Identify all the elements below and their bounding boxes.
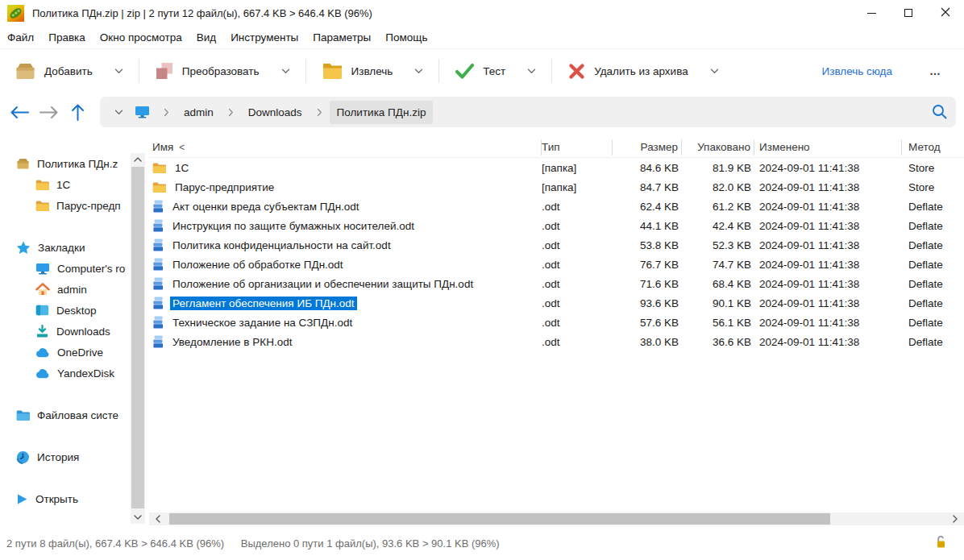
add-button[interactable]: Добавить <box>6 55 131 87</box>
menu-options[interactable]: Параметры <box>305 28 378 47</box>
delete-button[interactable]: Удалить из архива <box>559 55 726 87</box>
table-row[interactable]: Инструкция по защите бумажных носителей.… <box>149 216 964 235</box>
breadcrumb-segment-2[interactable]: Downloads <box>241 101 310 124</box>
sidebar-item-label: Desktop <box>56 305 97 317</box>
scrollbar-thumb[interactable] <box>131 167 144 508</box>
sidebar-item-парус-предп[interactable]: Парус-предп <box>0 195 131 216</box>
file-modified: 2024-09-01 11:41:38 <box>754 336 902 348</box>
file-name-cell: Техническое задание на СЗПДн.odt <box>149 316 542 330</box>
close-button[interactable] <box>927 0 964 26</box>
sidebar-item-открыть[interactable]: Открыть <box>0 488 131 509</box>
search-button[interactable] <box>931 103 948 120</box>
breadcrumb-expand-chevron-icon[interactable] <box>110 110 128 115</box>
table-row[interactable]: Техническое задание на СЗПДн.odt.odt57.6… <box>149 313 964 332</box>
sidebar-item-label: 1C <box>56 179 70 191</box>
table-row[interactable]: Регламент обеспечения ИБ ПДн.odt.odt93.6… <box>149 293 964 313</box>
sidebar-scrollbar[interactable] <box>131 153 145 524</box>
convert-button[interactable]: Преобразовать <box>147 55 298 87</box>
scroll-down-icon[interactable] <box>131 511 145 524</box>
file-packed-size: 68.4 KB <box>682 278 754 290</box>
table-row[interactable]: 1C[папка]84.6 KB81.9 KB2024-09-01 11:41:… <box>149 158 964 177</box>
menu-browser[interactable]: Окно просмотра <box>93 28 189 47</box>
minimize-button[interactable] <box>853 0 890 26</box>
sidebar-section-gap <box>0 467 131 488</box>
more-options-button[interactable]: … <box>929 64 941 77</box>
file-modified: 2024-09-01 11:41:38 <box>754 239 902 251</box>
file-size: 76.7 KB <box>613 259 682 271</box>
toolbar-separator <box>305 59 306 83</box>
odt-document-icon <box>152 316 164 329</box>
sidebar-item-label: YandexDisk <box>57 367 114 380</box>
file-modified: 2024-09-01 11:41:38 <box>754 162 902 174</box>
sidebar-item-downloads[interactable]: Downloads <box>0 321 131 342</box>
file-method: Deflate <box>902 297 964 309</box>
window-controls <box>853 0 964 26</box>
column-header-packed[interactable]: Упаковано <box>682 139 754 156</box>
breadcrumb-segment-3[interactable]: Политика ПДн.zip <box>330 101 434 124</box>
sidebar-item-файловая-систе[interactable]: Файловая систе <box>0 404 131 425</box>
sidebar-item-1c[interactable]: 1C <box>0 174 131 195</box>
convert-dropdown-chevron-icon[interactable] <box>281 68 290 74</box>
extract-here-link[interactable]: Извлечь сюда <box>822 65 892 77</box>
forward-button[interactable] <box>37 106 60 119</box>
menu-view[interactable]: Вид <box>189 28 223 47</box>
star-icon <box>16 241 31 255</box>
table-row[interactable]: Политика конфиденциальности на сайт.odt.… <box>149 235 964 255</box>
column-header-name[interactable]: Имя< <box>149 139 542 156</box>
extract-button[interactable]: Извлечь <box>314 55 432 87</box>
up-button[interactable] <box>66 103 89 122</box>
scrollbar-thumb[interactable] <box>169 513 830 525</box>
delete-icon <box>567 62 586 81</box>
menu-help[interactable]: Помощь <box>378 28 434 47</box>
column-header-type[interactable]: Тип <box>542 139 613 156</box>
sidebar-item-computer-s-ro[interactable]: Computer's ro <box>0 258 131 279</box>
sidebar-item-label: Открыть <box>35 493 78 505</box>
history-icon <box>16 450 30 464</box>
file-type: .odt <box>542 259 613 271</box>
table-row[interactable]: Акт оценки вреда субъектам ПДн.odt.odt62… <box>149 197 964 216</box>
file-name-cell: Парус-предприятие <box>149 180 542 194</box>
delete-dropdown-chevron-icon[interactable] <box>710 68 719 74</box>
file-packed-size: 90.1 KB <box>682 297 754 309</box>
file-packed-size: 56.1 KB <box>682 317 754 329</box>
table-row[interactable]: Положение об обработке ПДн.odt.odt76.7 K… <box>149 255 964 274</box>
sidebar-item-политика-пдн-z[interactable]: Политика ПДн.z <box>0 153 131 174</box>
file-method: Deflate <box>902 278 964 290</box>
maximize-button[interactable] <box>890 0 927 26</box>
column-header-method[interactable]: Метод <box>902 139 964 156</box>
sidebar-item-desktop[interactable]: Desktop <box>0 300 131 321</box>
add-dropdown-chevron-icon[interactable] <box>114 68 123 74</box>
back-button[interactable] <box>8 106 31 119</box>
breadcrumb-segment-1[interactable]: admin <box>177 101 221 124</box>
horizontal-scrollbar[interactable] <box>149 512 964 525</box>
scroll-right-icon[interactable] <box>948 512 962 525</box>
extract-dropdown-chevron-icon[interactable] <box>414 68 423 74</box>
file-name: Политика конфиденциальности на сайт.odt <box>170 239 393 252</box>
sidebar-item-yandexdisk[interactable]: YandexDisk <box>0 363 131 384</box>
file-method: Deflate <box>902 220 964 232</box>
file-packed-size: 81.9 KB <box>682 162 754 174</box>
table-row[interactable]: Положение об организации и обеспечении з… <box>149 274 964 293</box>
table-row[interactable]: Уведомление в РКН.odt.odt38.0 KB36.6 KB2… <box>149 332 964 351</box>
menu-edit[interactable]: Правка <box>41 28 93 47</box>
test-button[interactable]: Тест <box>447 55 544 87</box>
menu-tools[interactable]: Инструменты <box>223 28 305 47</box>
file-type: .odt <box>542 239 613 251</box>
table-row[interactable]: Парус-предприятие[папка]84.7 KB82.0 KB20… <box>149 177 964 197</box>
sidebar-item-admin[interactable]: admin <box>0 279 131 300</box>
file-packed-size: 74.7 KB <box>682 259 754 271</box>
sidebar-item-закладки[interactable]: Закладки <box>0 237 131 258</box>
scroll-left-icon[interactable] <box>151 512 165 525</box>
sidebar-item-история[interactable]: История <box>0 446 131 467</box>
column-header-modified[interactable]: Изменено <box>754 139 902 156</box>
scroll-up-icon[interactable] <box>131 153 145 166</box>
computer-icon[interactable] <box>135 106 150 118</box>
file-name: Положение об организации и обеспечении з… <box>170 277 476 291</box>
breadcrumb-separator-icon <box>317 108 322 117</box>
file-name: Инструкция по защите бумажных носителей.… <box>170 219 417 233</box>
sidebar-item-onedrive[interactable]: OneDrive <box>0 342 131 363</box>
file-name-cell: 1C <box>149 161 542 175</box>
column-header-size[interactable]: Размер <box>613 139 682 156</box>
test-dropdown-chevron-icon[interactable] <box>527 68 536 74</box>
menu-file[interactable]: Файл <box>0 28 41 47</box>
